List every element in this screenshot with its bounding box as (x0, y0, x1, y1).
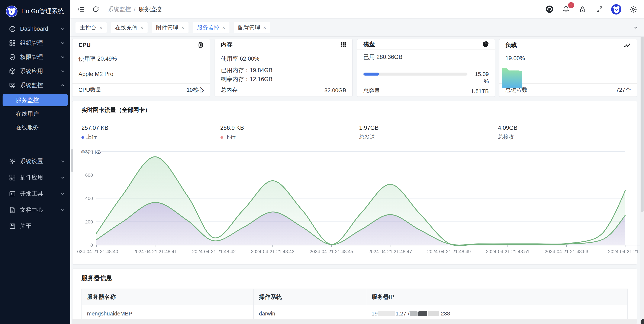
sidebar-subitem-online-services[interactable]: 在线服务 (0, 121, 70, 134)
document-icon (9, 207, 16, 213)
memory-footer-label: 总内存 (221, 87, 238, 94)
chevron-down-icon (60, 55, 65, 59)
tab-console[interactable]: 主控台 × (76, 22, 106, 33)
svg-text:400: 400 (85, 196, 93, 201)
ip-redaction-block (410, 311, 418, 316)
disk-progress-track (363, 73, 468, 76)
upstream-dot-icon (82, 136, 84, 139)
stat-label: 总发送 (359, 134, 375, 141)
sidebar-item-system-apps[interactable]: 系统应用 (0, 64, 70, 78)
column-header-name: 服务器名称 (82, 289, 254, 305)
scrollbar-thumb[interactable] (641, 35, 643, 212)
column-header-ip: 服务器IP (366, 289, 627, 305)
server-info-panel: 服务器信息 服务器名称 操作系统 服务器IP mengshuaideMBP da… (72, 268, 637, 324)
tab-label: 配置管理 (238, 24, 260, 31)
tab-bar: 主控台 × 在线充值 × 附件管理 × 服务监控 × 配置管理 × (70, 19, 644, 37)
sidebar-item-dashboard[interactable]: Dashboard (0, 22, 70, 36)
memory-free: 剩余内存：12.16GB (221, 76, 346, 84)
gear-icon (9, 158, 16, 165)
shield-check-icon (9, 54, 16, 60)
sidebar-item-permissions[interactable]: 权限管理 (0, 50, 70, 64)
trend-line-icon (624, 42, 631, 49)
sidebar-item-devtools[interactable]: 开发工具 (0, 186, 70, 202)
sidebar-item-label: 开发工具 (20, 190, 43, 198)
stat-total-received: 4.09GB 总接收 (498, 125, 637, 141)
sidebar-nav: Dashboard 组织管理 权限管理 系统应用 系统监控 (0, 22, 70, 234)
sidebar-item-plugins[interactable]: 插件应用 (0, 169, 70, 186)
sidebar-item-system-monitor[interactable]: 系统监控 (0, 78, 70, 92)
tab-list-chevron-icon[interactable] (633, 25, 639, 31)
svg-text:2024-04-21 21:48:41: 2024-04-21 21:48:41 (133, 249, 177, 254)
cpu-card-title: CPU (78, 42, 91, 48)
fullscreen-icon[interactable] (594, 5, 604, 14)
svg-text:2024-04-21 21:48:40: 2024-04-21 21:48:40 (77, 249, 118, 254)
memory-footer-value: 32.00GB (324, 87, 346, 94)
grid-icon (9, 40, 16, 46)
refresh-icon[interactable] (91, 5, 100, 14)
chevron-down-icon (60, 192, 65, 196)
sidebar-item-org[interactable]: 组织管理 (0, 36, 70, 50)
disk-progress-row: 15.09 % (363, 71, 489, 85)
disk-footer-value: 1.81TB (471, 88, 489, 94)
cpu-chip-icon (198, 42, 204, 48)
sidebar-item-settings[interactable]: 系统设置 (0, 153, 70, 169)
github-icon[interactable] (545, 5, 554, 14)
sidebar-subitem-label: 服务监控 (16, 96, 39, 104)
tab-online-recharge[interactable]: 在线充值 × (111, 22, 148, 33)
sidebar-item-label: 系统监控 (20, 81, 43, 89)
lock-icon[interactable] (578, 5, 587, 14)
tab-label: 主控台 (80, 24, 96, 31)
load-percent: 19.00% (506, 55, 631, 62)
close-icon[interactable]: × (222, 25, 225, 31)
sidebar-item-docs[interactable]: 文档中心 (0, 202, 70, 218)
content-scrollbar-thumb[interactable] (71, 149, 73, 172)
chevron-down-icon (60, 69, 65, 73)
server-table: 服务器名称 操作系统 服务器IP mengshuaideMBP darwin 1… (82, 288, 628, 322)
chevron-down-icon (60, 208, 65, 212)
stat-label: 上行 (86, 134, 97, 141)
svg-text:2024-04-21 21:48:45: 2024-04-21 21:48:45 (310, 249, 353, 254)
stat-value: 4.09GB (498, 125, 637, 131)
avatar[interactable] (611, 4, 622, 14)
memory-card-title: 内存 (221, 41, 232, 49)
app-logo[interactable]: HotGo管理系统 (0, 0, 70, 19)
stat-value: 1.97GB (359, 125, 498, 131)
sidebar: HotGo管理系统 Dashboard 组织管理 权限管理 系统应用 (0, 0, 70, 324)
close-icon[interactable]: × (99, 25, 102, 31)
sidebar-subitem-label: 在线用户 (16, 110, 39, 118)
load-card: 负载 19.00% 总进程数 727个 (499, 39, 637, 97)
disk-card-title: 磁盘 (363, 40, 375, 48)
sidebar-item-label: 系统应用 (20, 67, 43, 75)
sidebar-item-label: 系统设置 (20, 158, 43, 165)
sidebar-item-about[interactable]: 关于 (0, 218, 70, 234)
tab-service-monitor[interactable]: 服务监控 × (193, 22, 230, 33)
load-footer-value: 727个 (616, 86, 631, 94)
chevron-down-icon (60, 159, 65, 163)
svg-text:2024-04-21 21:48:42: 2024-04-21 21:48:42 (192, 249, 236, 254)
disk-progress-fill (363, 73, 379, 76)
notifications[interactable]: 1 (561, 5, 571, 14)
close-icon[interactable]: × (263, 25, 266, 31)
gauge-icon (9, 26, 16, 32)
table-footer-band (72, 319, 637, 323)
downstream-dot-icon (220, 136, 223, 139)
network-stats-row: 257.07 KB 上行 256.9 KB 下行 1.97GB 总发送 4.09… (72, 119, 637, 141)
sidebar-subitem-service-monitor[interactable]: 服务监控 (2, 94, 68, 106)
column-header-os: 操作系统 (254, 289, 366, 305)
sidebar-item-label: 关于 (20, 222, 32, 230)
settings-gear-icon[interactable] (629, 5, 638, 14)
sidebar-subitem-online-users[interactable]: 在线用户 (0, 107, 70, 121)
tab-label: 服务监控 (197, 24, 219, 31)
memory-used: 已用内存：19.84GB (221, 66, 346, 74)
sidebar-collapse-icon[interactable] (76, 5, 86, 14)
tab-attachments[interactable]: 附件管理 × (152, 22, 188, 33)
close-icon[interactable]: × (181, 25, 184, 31)
stat-upstream: 257.07 KB 上行 (82, 125, 220, 141)
breadcrumb-parent[interactable]: 系统监控 (108, 5, 131, 13)
close-icon[interactable]: × (140, 25, 143, 31)
tab-config[interactable]: 配置管理 × (234, 22, 270, 33)
chevron-down-icon (60, 27, 65, 31)
sidebar-item-label: 权限管理 (20, 53, 43, 61)
stat-value: 257.07 KB (82, 125, 220, 131)
cpu-footer-value: 10核心 (186, 86, 204, 94)
